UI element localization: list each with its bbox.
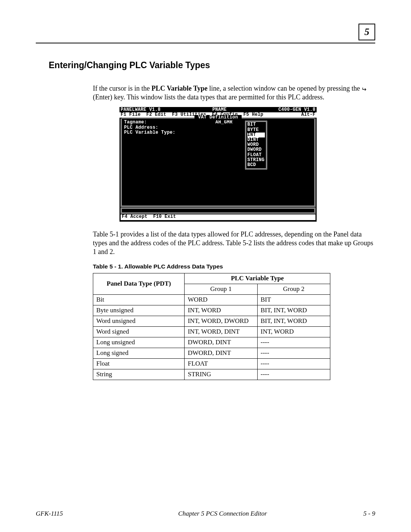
dos-title-bar: PANELWARE V1.8 PNAME C400-GEN V1.8 — [119, 107, 317, 112]
cell-pdt: Bit — [93, 294, 185, 305]
dos-vat-panel: VAT Definition Tagname: AH_GMR PLC Addre… — [121, 118, 315, 207]
cell-pdt: Byte unsigned — [93, 305, 185, 316]
intro-paragraph: If the cursor is in the PLC Variable Typ… — [93, 84, 375, 102]
cell-g1: DWORD, DINT — [185, 337, 257, 348]
cell-g2: BIT — [257, 294, 330, 305]
para1-c: (Enter) key. This window lists the data … — [93, 93, 324, 101]
enter-key-icon: ↵ — [362, 86, 366, 93]
cell-g2: ---- — [257, 358, 330, 369]
allowable-types-table: Panel Data Type (PDT) PLC Variable Type … — [93, 273, 330, 380]
cell-g1: STRING — [185, 369, 257, 380]
dos-line-plctype: PLC Variable Type: — [124, 130, 312, 135]
para1-bold: PLC Variable Type — [151, 85, 207, 92]
dos-bottom-hint: F4 Accept F10 Exit — [121, 214, 315, 220]
dos-line-tagname: Tagname: AH_GMR — [124, 120, 312, 125]
page-footer: GFK-1115 Chapter 5 PCS Connection Editor… — [36, 510, 375, 518]
table-row: String STRING ---- — [93, 369, 330, 380]
cell-g1: WORD — [185, 294, 257, 305]
table-row: Word unsigned INT, WORD, DWORD BIT, INT,… — [93, 316, 330, 326]
cell-pdt: Long signed — [93, 348, 185, 358]
cell-g1: FLOAT — [185, 358, 257, 369]
cell-g1: INT, WORD — [185, 305, 257, 316]
table-row: Long unsigned DWORD, DINT ---- — [93, 337, 330, 348]
th-plc-var-type: PLC Variable Type — [185, 273, 330, 284]
cell-g2: INT, WORD — [257, 326, 330, 337]
cell-g1: INT, WORD, DWORD — [185, 316, 257, 326]
paragraph-2: Table 5-1 provides a list of the data ty… — [93, 230, 375, 256]
dos-panel-title: VAT Definition — [194, 115, 242, 120]
dos-popup-item: BCD — [247, 163, 265, 168]
th-group2: Group 2 — [257, 284, 330, 294]
para1-a: If the cursor is in the — [93, 85, 151, 92]
dos-popup-item: STRING — [247, 158, 265, 163]
cell-pdt: String — [93, 369, 185, 380]
dos-status-panel — [121, 208, 315, 214]
table-row: Word signed INT, WORD, DINT INT, WORD — [93, 326, 330, 337]
dos-popup-item: BIT — [247, 122, 265, 127]
th-pdt: Panel Data Type (PDT) — [93, 273, 185, 294]
dos-type-popup: BIT BYTE INT DINT WORD DWORD FLOAT STRIN… — [245, 121, 267, 169]
cell-g1: DWORD, DINT — [185, 348, 257, 358]
section-title: Entering/Changing PLC Variable Types — [49, 60, 375, 70]
footer-chapter-title: Chapter 5 PCS Connection Editor — [178, 510, 267, 518]
footer-page-number: 5 - 9 — [363, 510, 375, 518]
cell-pdt: Float — [93, 358, 185, 369]
footer-doc-id: GFK-1115 — [36, 510, 63, 518]
table-row: Float FLOAT ---- — [93, 358, 330, 369]
table-row: Bit WORD BIT — [93, 294, 330, 305]
chapter-number: 5 — [365, 26, 370, 38]
cell-pdt: Word signed — [93, 326, 185, 337]
dos-line-plcaddress: PLC Address: — [124, 125, 312, 130]
cell-g2: ---- — [257, 348, 330, 358]
dos-popup-item: FLOAT — [247, 153, 265, 158]
cell-pdt: Word unsigned — [93, 316, 185, 326]
dos-popup-item: DWORD — [247, 147, 265, 152]
chapter-number-box: 5 — [358, 24, 375, 40]
cell-g2: BIT, INT, WORD — [257, 305, 330, 316]
cell-pdt: Long unsigned — [93, 337, 185, 348]
cell-g1: INT, WORD, DINT — [185, 326, 257, 337]
table-caption: Table 5 - 1. Allowable PLC Address Data … — [93, 263, 375, 270]
cell-g2: BIT, INT, WORD — [257, 316, 330, 326]
para1-b: line, a selection window can be opened b… — [207, 85, 362, 92]
th-group1: Group 1 — [185, 284, 257, 294]
dos-screenshot: PANELWARE V1.8 PNAME C400-GEN V1.8 F1 Fi… — [119, 107, 317, 222]
cell-g2: ---- — [257, 337, 330, 348]
table-row: Long signed DWORD, DINT ---- — [93, 348, 330, 358]
dos-popup-item: BYTE — [247, 128, 265, 133]
cell-g2: ---- — [257, 369, 330, 380]
table-row: Byte unsigned INT, WORD BIT, INT, WORD — [93, 305, 330, 316]
header-rule — [36, 43, 375, 43]
